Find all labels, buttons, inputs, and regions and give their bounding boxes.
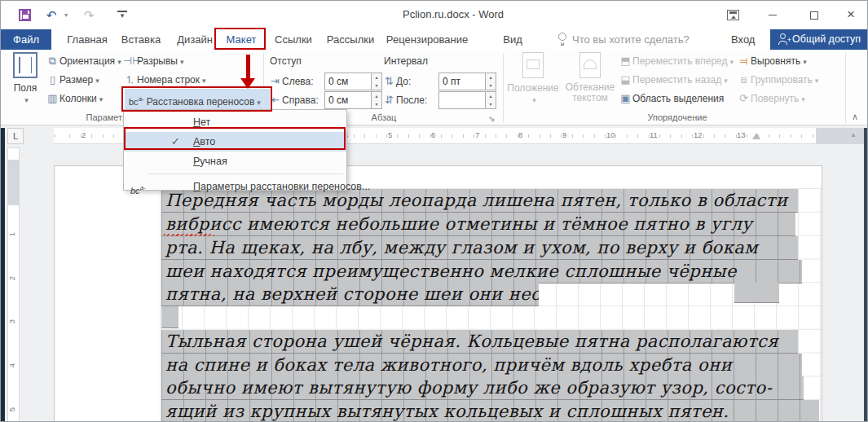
margins-button[interactable]: Поля ▾ [7, 52, 43, 105]
menu-item-label: Ручная [193, 152, 227, 171]
paragraph-dialog-launcher-icon[interactable]: ⇘ [488, 114, 495, 123]
tab-file[interactable]: Файл [1, 29, 51, 50]
columns-button[interactable]: ▥Колонки▾ [46, 90, 103, 108]
tell-me-placeholder: Что вы хотите сделать? [572, 33, 690, 46]
minimize-button[interactable]: ─ [760, 6, 785, 24]
text-line[interactable]: на спине и боках тела животного, причём … [161, 354, 802, 377]
customize-qat-button[interactable]: ▾ [117, 11, 127, 20]
spinner-icon[interactable]: ▴▾ [486, 91, 496, 109]
tab-mailings[interactable]: Рассылки [325, 29, 376, 50]
indent-right-input[interactable] [324, 91, 372, 109]
ruler-number: 11 [650, 130, 658, 139]
selection-fragment [161, 306, 178, 328]
ruler-number: 5 [7, 407, 16, 411]
indent-left-input[interactable] [324, 73, 372, 90]
ruler-number: 9 [562, 130, 566, 139]
close-button[interactable]: × [839, 6, 863, 24]
tab-stop-selector[interactable]: L [7, 128, 24, 144]
indent-left-field[interactable]: ▴▾ [324, 73, 372, 90]
orientation-label: Ориентация [59, 55, 115, 67]
margins-icon [13, 52, 37, 78]
text-line[interactable]: Тыльная сторона ушей чёрная. Кольцевые п… [161, 330, 798, 354]
ruler-number: 8 [518, 130, 522, 139]
tab-home[interactable]: Главная [62, 29, 112, 50]
sign-in-button[interactable]: Вход [731, 29, 755, 50]
selection-pane-button[interactable]: ▣Область выделения [619, 90, 724, 108]
hyphenation-label: Расстановка переносов [147, 96, 255, 108]
indent-left-icon: ⇥ [268, 73, 282, 90]
undo-dropdown-icon[interactable]: ▾ [58, 7, 74, 24]
collapse-ribbon-icon[interactable]: ∧ [852, 112, 858, 122]
scroll-up-icon[interactable]: ▲ [850, 131, 857, 138]
person-plus-icon: + [778, 33, 789, 44]
menu-item-auto[interactable]: ✓ Авто [124, 132, 346, 152]
text-line[interactable]: пятна, на верхней стороне шеи они нескол… [161, 283, 539, 306]
save-icon[interactable] [19, 9, 31, 21]
text-line[interactable]: рта. На щеках, на лбу, между глазом и ух… [161, 236, 798, 260]
breaks-label: Разрывы [137, 55, 178, 67]
spacing-header: Интервал [384, 55, 428, 67]
rotate-button[interactable]: ⟳Повернуть▾ [737, 90, 805, 108]
indent-header: Отступ [270, 55, 302, 67]
ruler-number: 2 [82, 130, 86, 139]
group-objects-icon: ⧈ [737, 71, 751, 89]
breaks-button[interactable]: ⊣⊢Разрывы▾ [123, 52, 183, 70]
vertical-ruler[interactable]: 1 2 3 4 5 [7, 147, 20, 422]
wrap-text-icon [579, 52, 601, 78]
tab-references[interactable]: Ссылки [272, 29, 315, 50]
group-separator [845, 53, 846, 123]
right-indent-marker[interactable] [752, 133, 760, 139]
tell-me-search[interactable]: Что вы хотите сделать? [557, 29, 690, 50]
tab-view[interactable]: Вид [498, 29, 527, 50]
text-line[interactable]: ящий из крупных вытянутых кольцевых и сп… [161, 400, 819, 422]
text-line[interactable]: обычно имеют вытянутую форму либо же обр… [161, 376, 804, 400]
menu-item-label: Параметры расстановки переносов... [193, 177, 370, 196]
spacing-after-field[interactable]: ▴▾ [438, 91, 486, 109]
tab-design[interactable]: Дизайн [172, 29, 218, 50]
breaks-icon: ⊣⊢ [123, 52, 137, 70]
send-backward-button[interactable]: ⬓Переместить назад▾ [619, 71, 728, 89]
text-line[interactable]: шеи находятся преимущественно мелкие спл… [161, 260, 802, 284]
bring-forward-button[interactable]: ⬒Переместить вперед▾ [619, 52, 734, 70]
ribbon-tab-bar: Файл Главная Вставка Дизайн Макет Ссылки… [1, 29, 867, 50]
spinner-icon[interactable]: ▴▾ [372, 91, 382, 109]
menu-item-none[interactable]: Нет [124, 112, 346, 132]
text-line[interactable]: вибрисс имеются небольшие отметины и тём… [161, 213, 795, 236]
ruler-number: 4 [7, 363, 16, 367]
line-numbers-label: Номера строк [137, 74, 200, 86]
tab-layout[interactable]: Макет [221, 29, 262, 50]
menu-item-hyphenation-options[interactable]: bca- Параметры расстановки переносов... [124, 177, 346, 196]
indent-right-field[interactable]: ▴▾ [324, 91, 372, 109]
spacing-before-input[interactable] [438, 73, 486, 90]
position-button[interactable]: Положение ▾ [506, 52, 560, 105]
menu-item-manual[interactable]: Ручная [124, 152, 346, 171]
margins-label: Поля [7, 82, 43, 94]
wrap-text-button[interactable]: Обтекание текстом [562, 52, 619, 103]
group-separator [503, 53, 504, 123]
selection-fragment [734, 283, 779, 303]
ribbon-display-options-icon[interactable] [727, 10, 739, 20]
tab-insert[interactable]: Вставка [117, 29, 165, 50]
group-label: Группировать [751, 74, 813, 86]
ruler-number: 1 [7, 232, 16, 236]
spacing-after-input[interactable] [438, 91, 486, 109]
redo-button[interactable]: ↷ [81, 7, 97, 24]
group-button[interactable]: ⧈Группировать▾ [737, 71, 818, 89]
undo-button[interactable]: ↶ [43, 7, 59, 24]
share-button[interactable]: +Общий доступ [770, 29, 868, 50]
line-numbers-button[interactable]: ⒈Номера строк▾ [123, 71, 206, 89]
maximize-button[interactable] [802, 6, 826, 24]
wrap-text-label: Обтекание текстом [562, 82, 619, 103]
hyphenation-menu: Нет ✓ Авто Ручная bca- Параметры расстан… [123, 109, 347, 191]
position-label: Положение [506, 82, 560, 94]
bring-forward-label: Переместить вперед [632, 55, 727, 67]
hyphenation-button[interactable]: bca-Расстановка переносов▾ [125, 89, 270, 109]
spinner-icon[interactable]: ▴▾ [486, 73, 496, 90]
orientation-button[interactable]: ⧉Ориентация▾ [46, 52, 121, 70]
spacing-before-field[interactable]: ▴▾ [438, 73, 486, 90]
size-button[interactable]: ▯Размер▾ [46, 71, 99, 89]
align-button[interactable]: ⫤Выровнять▾ [737, 52, 807, 70]
spinner-icon[interactable]: ▴▾ [372, 73, 382, 90]
lightbulb-icon [557, 33, 567, 46]
tab-review[interactable]: Рецензирование [384, 29, 470, 50]
